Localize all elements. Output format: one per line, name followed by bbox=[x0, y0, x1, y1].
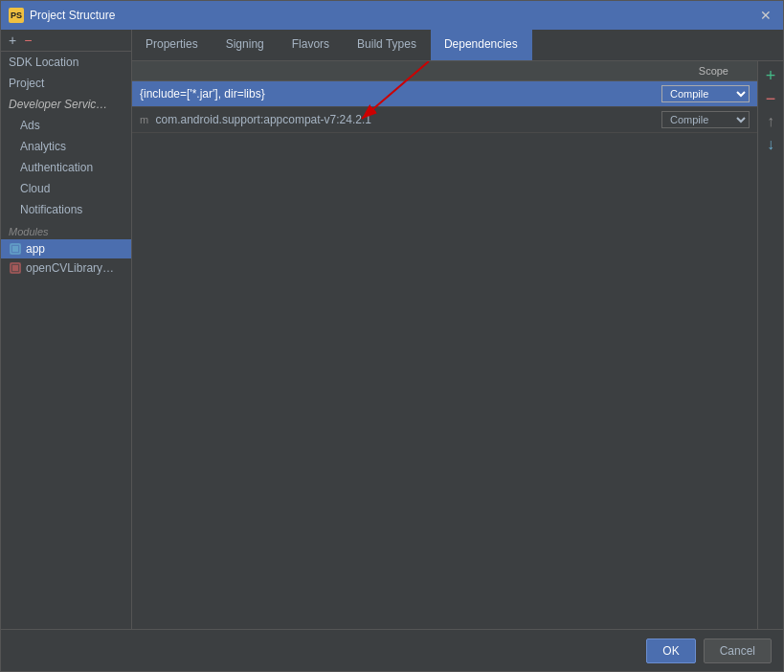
dep-name-cell-2: m com.android.support:appcompat-v7:24.2.… bbox=[132, 107, 572, 133]
right-buttons: + − ↑ ↓ bbox=[757, 61, 783, 629]
scope-cell: Compile Provided APK Test compile bbox=[572, 81, 757, 107]
sidebar-item-opencv[interactable]: openCVLibrary… bbox=[1, 258, 131, 278]
sidebar-item-sdk-location[interactable]: SDK Location bbox=[1, 52, 131, 73]
deps-table-container: Scope {include=['*.jar'], dir=libs} bbox=[132, 61, 757, 629]
app-icon: PS bbox=[9, 8, 24, 23]
sidebar-item-project[interactable]: Project bbox=[1, 73, 131, 94]
tab-signing[interactable]: Signing bbox=[213, 30, 279, 60]
sidebar-item-analytics[interactable]: Analytics bbox=[1, 136, 131, 157]
dialog-title: Project Structure bbox=[30, 9, 115, 22]
app-module-icon bbox=[9, 242, 22, 256]
scope-select-row2[interactable]: Compile Provided APK Test compile bbox=[661, 111, 750, 128]
col-scope: Scope bbox=[572, 61, 757, 81]
main-content: + − SDK Location Project Developer Servi… bbox=[1, 30, 783, 629]
cancel-button[interactable]: Cancel bbox=[704, 638, 772, 663]
sidebar-scroll-area: SDK Location Project Developer Servic… A… bbox=[1, 52, 131, 629]
col-dependency bbox=[132, 61, 572, 81]
sidebar-item-authentication[interactable]: Authentication bbox=[1, 157, 131, 178]
project-structure-dialog: PS Project Structure ✕ + − SDK Location … bbox=[0, 0, 784, 672]
sidebar: + − SDK Location Project Developer Servi… bbox=[1, 30, 132, 629]
sidebar-add-button[interactable]: + bbox=[7, 34, 18, 47]
sidebar-item-developer-services[interactable]: Developer Servic… bbox=[1, 94, 131, 115]
sidebar-item-ads[interactable]: Ads bbox=[1, 115, 131, 136]
tab-build-types[interactable]: Build Types bbox=[344, 30, 431, 60]
svg-rect-5 bbox=[12, 265, 18, 271]
table-row[interactable]: m com.android.support:appcompat-v7:24.2.… bbox=[132, 107, 757, 133]
app-module-label: app bbox=[26, 242, 45, 256]
move-up-button[interactable]: ↑ bbox=[760, 111, 781, 132]
scope-select-row1[interactable]: Compile Provided APK Test compile bbox=[661, 85, 750, 102]
sidebar-toolbar: + − bbox=[1, 30, 131, 52]
tabs-bar: Properties Signing Flavors Build Types D… bbox=[132, 30, 783, 61]
tab-dependencies[interactable]: Dependencies bbox=[431, 30, 532, 60]
content-area: Properties Signing Flavors Build Types D… bbox=[132, 30, 783, 629]
opencv-module-label: openCVLibrary… bbox=[26, 261, 114, 275]
sidebar-remove-button[interactable]: − bbox=[22, 34, 34, 47]
move-down-button[interactable]: ↓ bbox=[760, 134, 781, 155]
modules-header: Modules bbox=[1, 220, 131, 239]
dependencies-area: Scope {include=['*.jar'], dir=libs} bbox=[132, 61, 783, 629]
sidebar-item-app[interactable]: app bbox=[1, 239, 131, 258]
ok-button[interactable]: OK bbox=[646, 638, 695, 663]
dep-name-cell: {include=['*.jar'], dir=libs} bbox=[132, 81, 572, 107]
add-dep-button[interactable]: + bbox=[760, 65, 781, 86]
tab-properties[interactable]: Properties bbox=[132, 30, 213, 60]
sidebar-item-cloud[interactable]: Cloud bbox=[1, 178, 131, 199]
scope-cell-2: Compile Provided APK Test compile bbox=[572, 107, 757, 133]
svg-rect-2 bbox=[12, 246, 18, 252]
sidebar-item-notifications[interactable]: Notifications bbox=[1, 199, 131, 220]
maven-icon: m bbox=[140, 114, 148, 125]
remove-dep-button[interactable]: − bbox=[760, 88, 781, 109]
deps-table: Scope {include=['*.jar'], dir=libs} bbox=[132, 61, 757, 133]
tab-flavors[interactable]: Flavors bbox=[279, 30, 344, 60]
close-button[interactable]: ✕ bbox=[756, 7, 775, 24]
opencv-module-icon bbox=[9, 261, 22, 275]
table-row[interactable]: {include=['*.jar'], dir=libs} Compile Pr… bbox=[132, 81, 757, 107]
title-bar-left: PS Project Structure bbox=[9, 8, 115, 23]
footer: OK Cancel bbox=[1, 629, 783, 671]
title-bar: PS Project Structure ✕ bbox=[1, 1, 783, 30]
